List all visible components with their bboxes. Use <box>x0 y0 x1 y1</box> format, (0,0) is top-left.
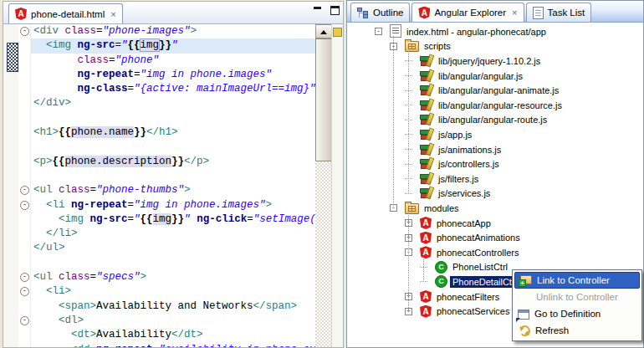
tree-item-index-html[interactable]: -index.html - angular-phonecat/app <box>347 24 643 39</box>
editor-vertical-scrollbar[interactable] <box>315 24 332 347</box>
tree-item-label[interactable]: lib/angular/angular-route.js <box>436 114 549 125</box>
tree-item-label[interactable]: js/filters.js <box>436 173 481 185</box>
menu-item-link-to-controller[interactable]: +Link to Controller <box>514 272 640 289</box>
tree-item-label[interactable]: scripts <box>422 40 453 52</box>
tree-item-lib-angular-angular-js[interactable]: lib/angular/angular.js <box>347 69 643 84</box>
code-line[interactable]: class="phone" <box>31 54 315 68</box>
tree-item-label[interactable]: PhoneDetailCtrl <box>450 276 519 288</box>
occurrence-marker-icon[interactable] <box>333 28 342 37</box>
tree-item-label[interactable]: modules <box>422 202 462 214</box>
code-line[interactable]: ng-repeat="img in phone.images" <box>31 68 315 82</box>
tab-task-list[interactable]: Task List <box>526 3 592 22</box>
js-file-icon <box>420 187 433 198</box>
tree-item-js-controllers-js[interactable]: js/controllers.js <box>347 156 643 171</box>
tree-item-js-animations-js[interactable]: js/animations.js <box>347 142 643 157</box>
fold-collapse-icon[interactable]: - <box>20 27 29 36</box>
tree-item-js-app-js[interactable]: js/app.js <box>347 127 643 142</box>
tree-item-label[interactable]: lib/jquery/jquery-1.10.2.js <box>436 55 543 67</box>
tree-item-label[interactable]: phonecatAnimations <box>434 232 523 243</box>
code-line[interactable]: <li ng-repeat="img in phone.images"> <box>31 198 315 212</box>
tree-item-lib-angular-angular-route-js[interactable]: lib/angular/angular-route.js <box>347 113 643 128</box>
tree-item-label[interactable]: js/services.js <box>436 187 493 199</box>
tree-item-phonecatanimations[interactable]: +AphonecatAnimations <box>347 230 643 245</box>
tree-icon-slot <box>420 84 433 97</box>
code-line[interactable] <box>31 111 315 125</box>
menu-item-label: Link to Controller <box>537 275 610 285</box>
tree-item-label[interactable]: lib/angular/angular-resource.js <box>436 100 565 111</box>
collapse-icon[interactable]: - <box>375 28 382 35</box>
close-icon[interactable]: × <box>510 8 517 17</box>
code-line[interactable] <box>31 256 315 270</box>
tree-item-lib-angular-angular-animate-js[interactable]: lib/angular/angular-animate.js <box>347 83 643 98</box>
code-line[interactable] <box>31 140 315 154</box>
tree-item-label[interactable]: phonecatControllers <box>434 247 521 258</box>
fold-collapse-icon[interactable]: - <box>20 287 29 296</box>
angular-icon: A <box>420 290 432 303</box>
code-line[interactable]: <div class="phone-images"> <box>31 24 315 38</box>
tree-item-scripts[interactable]: -scripts <box>347 39 643 54</box>
tree-item-js-services-js[interactable]: js/services.js <box>347 187 643 202</box>
code-line[interactable]: <ul class="specs"> <box>31 270 315 284</box>
scroll-up-button[interactable] <box>315 24 332 38</box>
code-line[interactable]: <dd ng-repeat="availability in phone.ava… <box>31 343 315 347</box>
tree-item-js-filters-js[interactable]: js/filters.js <box>347 171 643 187</box>
eclipse-angular-ide: { "colors":{"angular_red":"#dd1b16","tre… <box>0 0 644 348</box>
code-line[interactable]: <dt>Availability</dt> <box>31 328 315 342</box>
code-line[interactable]: <img ng-src="{{img}}" ng-click="setImage… <box>31 212 315 227</box>
tree-item-label[interactable]: PhoneListCtrl <box>450 261 510 273</box>
code-line[interactable]: <ul class="phone-thumbs"> <box>31 183 315 197</box>
tree-item-phonecatcontrollers[interactable]: -AphonecatControllers <box>347 245 643 260</box>
tree-item-phonecatapp[interactable]: +AphonecatApp <box>347 216 643 231</box>
tree-item-label[interactable]: js/animations.js <box>436 144 503 156</box>
editor-window-buttons <box>313 6 340 15</box>
close-icon[interactable]: × <box>109 10 115 18</box>
tree-item-label[interactable]: js/app.js <box>436 129 474 141</box>
tree-item-label[interactable]: lib/angular/angular.js <box>436 70 525 82</box>
fold-collapse-icon[interactable]: - <box>20 201 29 210</box>
code-line[interactable]: ng-class="{active: mainImageUrl==img}"> <box>31 82 315 96</box>
code-editor[interactable]: <div class="phone-images"> <img ng-src="… <box>31 24 315 347</box>
menu-item-label: Go to Definition <box>534 309 601 319</box>
menu-item-label: Unlink to Controller <box>536 292 618 302</box>
fold-collapse-icon[interactable]: - <box>20 316 29 325</box>
tree-item-modules[interactable]: -modules <box>347 201 643 216</box>
code-line[interactable]: </ul> <box>31 241 315 255</box>
fold-collapse-icon[interactable]: - <box>20 186 29 195</box>
code-line[interactable]: <dl> <box>31 314 315 328</box>
code-line[interactable]: <h1>{{phone.name}}</h1> <box>31 125 315 140</box>
tab-label: Outline <box>373 8 403 18</box>
folder-icon <box>405 203 419 214</box>
angular-icon: A <box>420 246 432 258</box>
tree-item-label[interactable]: lib/angular/angular-animate.js <box>436 84 561 96</box>
html-file-icon <box>390 24 401 38</box>
scrollbar-thumb[interactable] <box>315 38 332 161</box>
fold-collapse-icon[interactable]: - <box>20 273 29 282</box>
code-line[interactable]: </li> <box>31 227 315 241</box>
tree-icon-slot: A <box>420 246 432 258</box>
tree-item-label[interactable]: phonecatApp <box>434 218 493 229</box>
code-line[interactable]: </div> <box>31 96 315 110</box>
maximize-button[interactable] <box>330 6 340 15</box>
tree-icon-slot <box>420 143 433 156</box>
code-line[interactable]: <img ng-src="{{img}}" <box>31 38 315 53</box>
tree-item-lib-angular-angular-resource-js[interactable]: lib/angular/angular-resource.js <box>347 98 643 113</box>
menu-item-go-to-definition[interactable]: Go to Definition <box>514 305 640 322</box>
code-line[interactable] <box>31 169 315 183</box>
tree-item-label[interactable]: js/controllers.js <box>436 158 502 170</box>
tab-outline[interactable]: Outline <box>350 3 410 22</box>
code-line[interactable]: <p>{{phone.description}}</p> <box>31 155 315 169</box>
editor-tab-phone-detail[interactable]: A phone-detail.html × <box>8 3 123 23</box>
tab-angular-explorer[interactable]: AAngular Explorer× <box>411 3 524 22</box>
tree-item-label[interactable]: phonecatServices <box>434 305 512 317</box>
tree-item-lib-jquery-jquery-1-10-2-js[interactable]: lib/jquery/jquery-1.10.2.js <box>347 54 643 69</box>
js-file-icon <box>420 54 433 66</box>
tree-item-label[interactable]: phonecatFilters <box>434 291 502 303</box>
code-line[interactable]: <li> <box>31 284 315 299</box>
code-line[interactable]: <span>Availability and Networks</span> <box>31 299 315 314</box>
tree-item-label[interactable]: index.html - angular-phonecat/app <box>404 26 549 38</box>
angular-icon: A <box>420 217 432 229</box>
js-file-icon <box>420 99 433 110</box>
tree-guide-line <box>408 212 409 311</box>
menu-item-refresh[interactable]: Refresh <box>514 322 640 339</box>
minimize-button[interactable] <box>313 6 322 15</box>
